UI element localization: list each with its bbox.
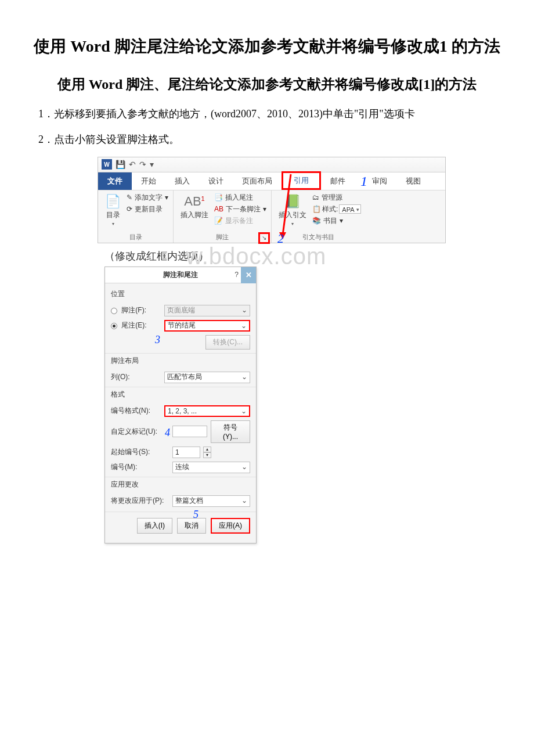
endnote-icon: 📑 <box>214 193 223 201</box>
add-text-icon: ✎ <box>127 193 132 201</box>
group-footnotes-label: 脚注 ↘ <box>178 233 266 242</box>
dialog-actions: 5 插入(I) 取消 应用(A) <box>105 512 256 538</box>
cancel-button[interactable]: 取消 <box>177 518 206 534</box>
apply-to-combo[interactable]: 整篇文档 <box>172 495 250 507</box>
next-footnote-button[interactable]: AB 下一条脚注 ▾ <box>214 204 266 214</box>
manage-sources-button[interactable]: 🗂 管理源 <box>312 193 361 203</box>
qat-customize-icon[interactable]: ▾ <box>150 160 154 169</box>
convert-button[interactable]: 转换(C)... <box>205 335 250 350</box>
quick-access-toolbar: W 💾 ↶ ↷ ▾ <box>98 157 445 172</box>
toc-button[interactable]: 📄 目录 ▾ <box>103 193 123 228</box>
dialog-title-text: 脚注和尾注 <box>163 270 198 280</box>
endnote-radio-row: 尾注(E): 节的结尾 <box>111 320 250 332</box>
tab-references[interactable]: 引用 <box>282 171 321 190</box>
add-text-button[interactable]: ✎ 添加文字 ▾ <box>127 193 168 203</box>
tab-review[interactable]: 审阅 <box>363 172 396 190</box>
style-icon: 📋 <box>312 205 321 213</box>
insert-citation-button[interactable]: 📗 插入引文 ▾ <box>276 193 309 228</box>
dialog-close-icon[interactable]: ✕ <box>241 267 256 283</box>
group-footnotes: AB1 插入脚注 📑 插入尾注 AB 下一条脚注 ▾ 📝 显示备 <box>174 190 272 243</box>
group-citations-label: 引文与书目 <box>276 233 361 242</box>
columns-row: 列(O): 匹配节布局 <box>111 372 250 383</box>
symbol-button[interactable]: 符号(Y)... <box>211 420 250 443</box>
section-position: 位置 <box>105 287 256 301</box>
manage-sources-icon: 🗂 <box>312 193 319 201</box>
word-app-icon: W <box>102 159 112 170</box>
endnote-location-combo[interactable]: 节的结尾 <box>164 320 250 332</box>
footnote-endnote-dialog: 脚注和尾注 ? ✕ 位置 脚注(F): 页面底端 尾注(E): 节的结尾 3 转… <box>104 267 257 543</box>
endnote-radio[interactable] <box>111 323 117 329</box>
show-notes-button[interactable]: 📝 显示备注 <box>214 216 266 226</box>
number-format-row: 编号格式(N): 1, 2, 3, ... <box>111 405 250 417</box>
section-layout: 脚注布局 <box>105 353 256 368</box>
footnote-radio-label: 脚注(F): <box>121 306 146 314</box>
citation-icon: 📗 <box>285 194 301 209</box>
insert-endnote-button[interactable]: 📑 插入尾注 <box>214 193 266 203</box>
columns-label: 列(O): <box>111 372 161 382</box>
undo-icon[interactable]: ↶ <box>129 160 136 169</box>
bibliography-label: 书目 <box>323 216 337 226</box>
save-icon[interactable]: 💾 <box>116 160 125 169</box>
number-format-combo[interactable]: 1, 2, 3, ... <box>164 405 250 417</box>
spin-up-icon[interactable]: ▴ <box>203 447 211 452</box>
dialog-help-icon[interactable]: ? <box>234 271 239 279</box>
citation-style-field[interactable]: 📋 样式: APA <box>312 204 361 214</box>
tab-mail-label: 邮件 <box>330 177 345 185</box>
update-icon: ⟳ <box>127 205 132 213</box>
dialog-caption: （修改成红框内选项） w.bdocx.com <box>104 249 517 263</box>
ribbon-body: 📄 目录 ▾ ✎ 添加文字 ▾ ⟳ 更新目录 目录 <box>98 190 445 243</box>
insert-footnote-button[interactable]: AB1 插入脚注 <box>178 193 211 221</box>
style-label: 样式: <box>322 204 338 214</box>
tab-insert[interactable]: 插入 <box>165 172 199 190</box>
custom-mark-label: 自定义标记(U): <box>111 427 157 435</box>
tab-layout[interactable]: 页面布局 <box>233 172 282 190</box>
insert-footnote-label: 插入脚注 <box>181 210 208 220</box>
redo-icon[interactable]: ↷ <box>139 160 146 169</box>
custom-mark-field[interactable] <box>172 426 207 437</box>
tab-file[interactable]: 文件 <box>98 172 132 190</box>
group-toc: 📄 目录 ▾ ✎ 添加文字 ▾ ⟳ 更新目录 目录 <box>98 190 174 243</box>
tab-mail[interactable]: 邮件 1 <box>321 172 363 190</box>
tab-references-label: 引用 <box>294 176 309 185</box>
number-format-label: 编号格式(N): <box>111 406 161 416</box>
tab-view[interactable]: 视图 <box>396 172 423 190</box>
convert-row: 3 转换(C)... <box>111 335 250 350</box>
insert-citation-label: 插入引文 <box>279 210 306 220</box>
bibliography-button[interactable]: 📚 书目 ▾ <box>312 216 361 226</box>
section-apply-changes: 应用更改 <box>105 477 256 492</box>
toc-button-label: 目录 <box>106 210 120 220</box>
apply-to-label: 将更改应用于(P): <box>111 496 169 506</box>
numbering-label: 编号(M): <box>111 462 169 472</box>
footnote-radio[interactable] <box>111 308 117 314</box>
sub-title: 使用 Word 脚注、尾注给论文添加参考文献并将编号修改成[1]的方法 <box>17 75 517 95</box>
show-notes-label: 显示备注 <box>225 216 253 226</box>
spin-down-icon[interactable]: ▾ <box>203 452 211 458</box>
insert-button[interactable]: 插入(I) <box>137 518 172 534</box>
dialog-titlebar: 脚注和尾注 ? ✕ <box>105 267 256 283</box>
ribbon-screenshot: W 💾 ↶ ↷ ▾ 文件 开始 插入 设计 页面布局 引用 邮件 1 审阅 视图 <box>98 157 446 243</box>
ribbon-tabs: 文件 开始 插入 设计 页面布局 引用 邮件 1 审阅 视图 <box>98 172 445 190</box>
annotation-5: 5 <box>193 509 199 521</box>
update-toc-label: 更新目录 <box>135 204 163 214</box>
bibliography-icon: 📚 <box>312 217 321 225</box>
columns-combo[interactable]: 匹配节布局 <box>164 372 250 383</box>
footnote-dialog-launcher[interactable]: ↘ <box>258 232 270 244</box>
next-footnote-label: 下一条脚注 <box>226 204 261 214</box>
numbering-combo[interactable]: 连续 <box>172 462 250 473</box>
group-toc-label: 目录 <box>103 233 168 242</box>
start-at-label: 起始编号(S): <box>111 447 169 457</box>
update-toc-button[interactable]: ⟳ 更新目录 <box>127 204 168 214</box>
toc-icon: 📄 <box>105 194 121 209</box>
start-at-field[interactable]: 1 <box>172 447 200 458</box>
start-at-spinner[interactable]: ▴ ▾ <box>203 447 211 458</box>
step-1-text: 1．光标移到要插入参考文献的地方，(word2007、2010、2013)中单击… <box>17 105 517 123</box>
add-text-label: 添加文字 <box>135 193 163 203</box>
tab-design[interactable]: 设计 <box>199 172 233 190</box>
main-title: 使用 Word 脚注尾注给论文添加参考文献并将编号修改成1 的方法 <box>17 35 517 57</box>
annotation-3: 3 <box>155 334 160 346</box>
apply-button[interactable]: 应用(A) <box>211 518 250 534</box>
style-combo[interactable]: APA <box>339 204 360 214</box>
section-format: 格式 <box>105 387 256 402</box>
tab-home[interactable]: 开始 <box>132 172 165 190</box>
footnote-location-combo[interactable]: 页面底端 <box>164 305 250 316</box>
